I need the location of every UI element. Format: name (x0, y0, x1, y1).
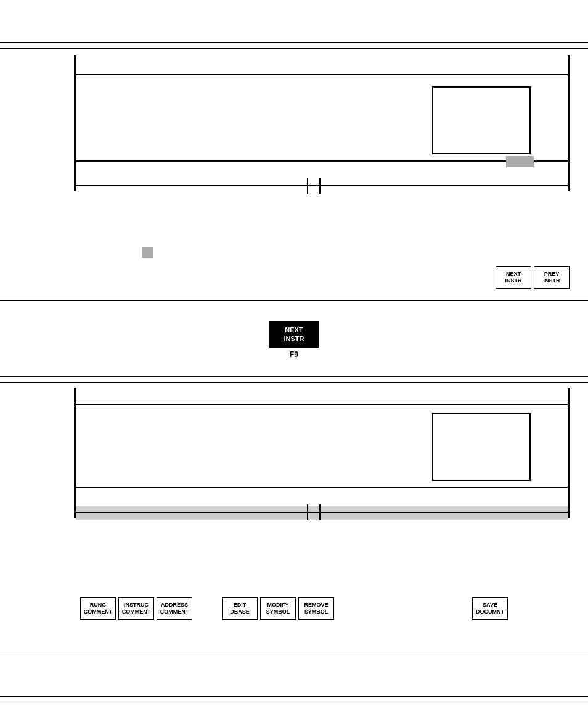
rung-mid-2 (76, 487, 568, 488)
ladder-diagram-1 (74, 55, 570, 216)
bottom-rule-2 (0, 696, 588, 697)
navigation-buttons-1: NEXTINSTR PREVINSTR (496, 266, 570, 289)
coil-box-2 (432, 413, 531, 481)
rung-top-2 (76, 404, 568, 405)
mid-rule-1 (0, 300, 588, 301)
instruc-comment-button[interactable]: INSTRUCCOMMENT (118, 597, 154, 620)
small-grey-indicator (142, 247, 153, 258)
modify-symbol-label: MODIFYSYMBOL (266, 602, 290, 615)
ladder-diagram-2 (74, 388, 570, 543)
instruc-comment-label: INSTRUCCOMMENT (122, 602, 151, 615)
remove-symbol-button[interactable]: REMOVESYMBOL (298, 597, 334, 620)
save-documnt-button[interactable]: SAVEDOCUMNT (472, 597, 508, 620)
page: NEXTINSTR PREVINSTR NEXTINSTR F9 RUNGCOM… (0, 0, 588, 706)
edit-dbase-label: EDITDBASE (230, 602, 250, 615)
remove-symbol-label: REMOVESYMBOL (304, 602, 328, 615)
f9-label: F9 (290, 350, 298, 359)
ladder-outer-rails-2 (74, 388, 570, 518)
next-instr-section: NEXTINSTR F9 (0, 321, 588, 359)
rung-mid-1 (76, 160, 568, 162)
modify-symbol-button[interactable]: MODIFYSYMBOL (260, 597, 296, 620)
grey-row-highlight-2 (76, 506, 568, 520)
rung-comment-button[interactable]: RUNGCOMMENT (80, 597, 116, 620)
bottom-rule-1 (0, 654, 588, 654)
contact-symbol-2b (319, 504, 321, 520)
mid-rule-3 (0, 382, 588, 383)
contact-symbol-2a (307, 504, 308, 520)
rung-comment-label: RUNGCOMMENT (84, 602, 113, 615)
next-instr-button-1[interactable]: NEXTINSTR (496, 266, 531, 289)
top-rule-2 (0, 48, 588, 49)
contact-symbol-1a (307, 178, 308, 194)
edit-dbase-button[interactable]: EDITDBASE (222, 597, 258, 620)
coil-box-1 (432, 86, 531, 154)
bottom-rule-3 (0, 702, 588, 702)
prev-instr-label-1: PREVINSTR (544, 271, 560, 284)
top-rule-1 (0, 42, 588, 43)
rung-bot-2 (76, 512, 568, 513)
address-comment-button[interactable]: ADDRESSCOMMENT (157, 597, 192, 620)
rung-bot-1 (76, 185, 568, 186)
prev-instr-button-1[interactable]: PREVINSTR (534, 266, 570, 289)
ladder-outer-rails-1 (74, 55, 570, 191)
save-documnt-label: SAVEDOCUMNT (476, 602, 504, 615)
rung-top-1 (76, 74, 568, 75)
mid-rule-2 (0, 376, 588, 377)
next-instr-big-label: NEXTINSTR (284, 326, 304, 343)
grey-block-1 (506, 156, 534, 167)
address-comment-label: ADDRESSCOMMENT (160, 602, 189, 615)
contact-symbol-1b (319, 178, 321, 194)
next-instr-label-1: NEXTINSTR (505, 271, 522, 284)
next-instr-big-button[interactable]: NEXTINSTR (269, 321, 319, 348)
toolbar: RUNGCOMMENT INSTRUCCOMMENT ADDRESSCOMMEN… (0, 593, 588, 624)
